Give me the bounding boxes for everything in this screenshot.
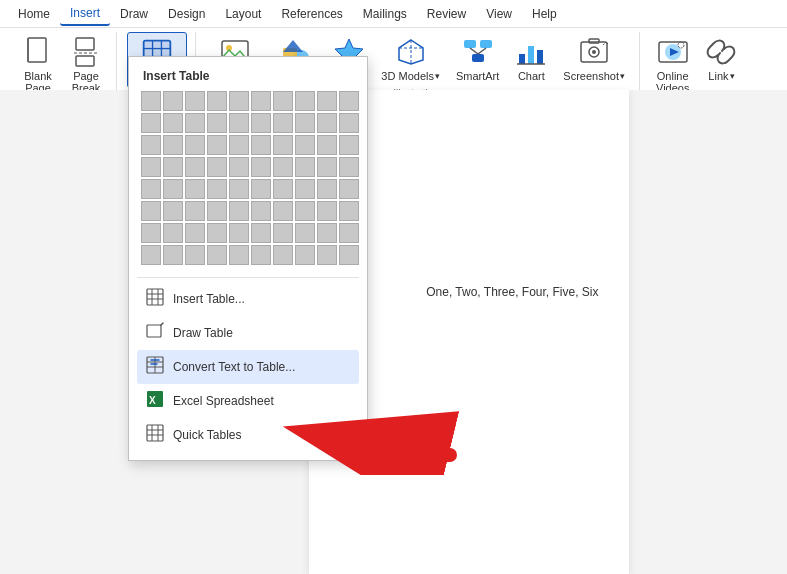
blank-page-button[interactable]: BlankPage: [16, 32, 60, 98]
grid-cell[interactable]: [273, 179, 293, 199]
grid-cell[interactable]: [229, 201, 249, 221]
grid-cell[interactable]: [251, 91, 271, 111]
grid-cell[interactable]: [295, 113, 315, 133]
grid-cell[interactable]: [185, 157, 205, 177]
grid-cell[interactable]: [207, 179, 227, 199]
page-break-button[interactable]: PageBreak: [64, 32, 108, 98]
grid-cell[interactable]: [229, 179, 249, 199]
grid-cell[interactable]: [251, 113, 271, 133]
grid-cell[interactable]: [273, 223, 293, 243]
grid-cell[interactable]: [317, 91, 337, 111]
grid-cell[interactable]: [229, 157, 249, 177]
grid-cell[interactable]: [163, 113, 183, 133]
grid-cell[interactable]: [141, 113, 161, 133]
grid-cell[interactable]: [251, 223, 271, 243]
grid-cell[interactable]: [141, 223, 161, 243]
quick-tables-item[interactable]: Quick Tables ▶: [137, 418, 359, 452]
grid-cell[interactable]: [317, 201, 337, 221]
grid-cell[interactable]: [185, 223, 205, 243]
grid-cell[interactable]: [339, 179, 359, 199]
grid-cell[interactable]: [229, 245, 249, 265]
3d-models-button[interactable]: 3D Models▾: [375, 32, 446, 86]
insert-table-item[interactable]: Insert Table...: [137, 282, 359, 316]
grid-cell[interactable]: [295, 223, 315, 243]
grid-cell[interactable]: [317, 113, 337, 133]
grid-cell[interactable]: [251, 135, 271, 155]
grid-cell[interactable]: [185, 245, 205, 265]
grid-cell[interactable]: [317, 245, 337, 265]
menu-draw[interactable]: Draw: [110, 3, 158, 25]
grid-cell[interactable]: [141, 179, 161, 199]
grid-cell[interactable]: [185, 179, 205, 199]
grid-cell[interactable]: [251, 157, 271, 177]
grid-cell[interactable]: [339, 201, 359, 221]
grid-cell[interactable]: [163, 223, 183, 243]
menu-help[interactable]: Help: [522, 3, 567, 25]
chart-button[interactable]: Chart: [509, 32, 553, 86]
menu-view[interactable]: View: [476, 3, 522, 25]
grid-cell[interactable]: [207, 91, 227, 111]
grid-cell[interactable]: [273, 135, 293, 155]
grid-cell[interactable]: [295, 245, 315, 265]
grid-cell[interactable]: [317, 223, 337, 243]
grid-cell[interactable]: [207, 245, 227, 265]
convert-text-item[interactable]: Convert Text to Table...: [137, 350, 359, 384]
grid-cell[interactable]: [273, 245, 293, 265]
grid-cell[interactable]: [141, 201, 161, 221]
grid-cell[interactable]: [273, 157, 293, 177]
grid-cell[interactable]: [185, 201, 205, 221]
grid-cell[interactable]: [273, 113, 293, 133]
menu-layout[interactable]: Layout: [215, 3, 271, 25]
grid-cell[interactable]: [185, 135, 205, 155]
grid-cell[interactable]: [185, 113, 205, 133]
draw-table-item[interactable]: Draw Table: [137, 316, 359, 350]
grid-cell[interactable]: [273, 91, 293, 111]
grid-cell[interactable]: [163, 91, 183, 111]
grid-cell[interactable]: [185, 91, 205, 111]
excel-spreadsheet-item[interactable]: X Excel Spreadsheet: [137, 384, 359, 418]
menu-home[interactable]: Home: [8, 3, 60, 25]
grid-cell[interactable]: [295, 157, 315, 177]
grid-cell[interactable]: [339, 91, 359, 111]
grid-cell[interactable]: [163, 245, 183, 265]
menu-insert[interactable]: Insert: [60, 2, 110, 26]
grid-cell[interactable]: [295, 135, 315, 155]
grid-cell[interactable]: [163, 179, 183, 199]
grid-cell[interactable]: [339, 113, 359, 133]
grid-cell[interactable]: [207, 157, 227, 177]
grid-cell[interactable]: [339, 245, 359, 265]
grid-cell[interactable]: [141, 245, 161, 265]
grid-cell[interactable]: [229, 113, 249, 133]
grid-cell[interactable]: [229, 135, 249, 155]
grid-cell[interactable]: [207, 113, 227, 133]
grid-cell[interactable]: [251, 245, 271, 265]
grid-cell[interactable]: [295, 91, 315, 111]
grid-cell[interactable]: [141, 91, 161, 111]
grid-cell[interactable]: [339, 135, 359, 155]
grid-cell[interactable]: [163, 135, 183, 155]
grid-cell[interactable]: [229, 223, 249, 243]
grid-cell[interactable]: [141, 157, 161, 177]
grid-cell[interactable]: [273, 201, 293, 221]
grid-cell[interactable]: [295, 179, 315, 199]
screenshot-button[interactable]: Screenshot▾: [557, 32, 631, 86]
grid-cell[interactable]: [229, 91, 249, 111]
grid-cell[interactable]: [163, 157, 183, 177]
grid-cell[interactable]: [251, 201, 271, 221]
grid-cell[interactable]: [163, 201, 183, 221]
grid-cell[interactable]: [207, 135, 227, 155]
grid-cell[interactable]: [295, 201, 315, 221]
menu-design[interactable]: Design: [158, 3, 215, 25]
grid-cell[interactable]: [141, 135, 161, 155]
grid-cell[interactable]: [317, 157, 337, 177]
menu-mailings[interactable]: Mailings: [353, 3, 417, 25]
grid-cell[interactable]: [317, 179, 337, 199]
table-grid[interactable]: [137, 91, 359, 273]
grid-cell[interactable]: [207, 223, 227, 243]
menu-review[interactable]: Review: [417, 3, 476, 25]
grid-cell[interactable]: [339, 157, 359, 177]
link-button[interactable]: Link▾: [699, 32, 743, 86]
smartart-button[interactable]: SmartArt: [450, 32, 505, 86]
online-videos-button[interactable]: OnlineVideos: [650, 32, 695, 98]
grid-cell[interactable]: [339, 223, 359, 243]
